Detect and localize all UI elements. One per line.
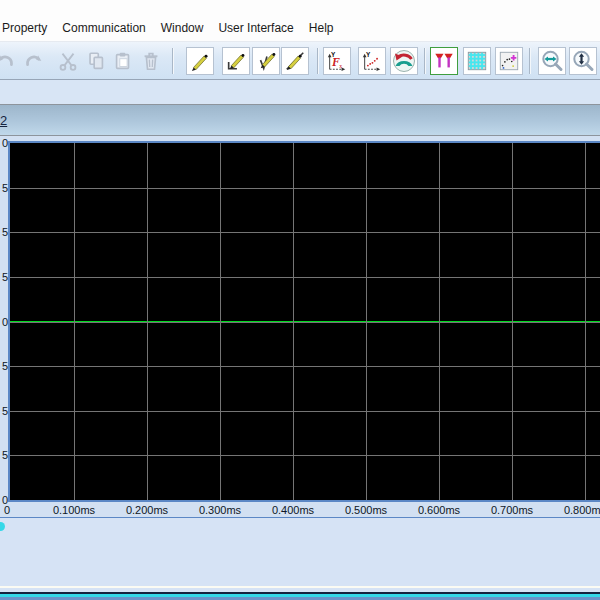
draw-pen-freehand-button[interactable] bbox=[252, 47, 280, 75]
x-tick-label: 0.700ms bbox=[482, 504, 542, 516]
x-tick-label: 0.500ms bbox=[336, 504, 396, 516]
x-tick-label: 0.300ms bbox=[190, 504, 250, 516]
gridline-horizontal bbox=[10, 455, 600, 456]
y-tick-label: 5 bbox=[0, 271, 8, 283]
toolbar-separator bbox=[529, 48, 530, 74]
toolbar-separator bbox=[172, 48, 173, 74]
gridline-horizontal bbox=[10, 232, 600, 233]
curve-plus-icon bbox=[498, 50, 520, 72]
gridline-horizontal bbox=[10, 411, 600, 412]
x-tick-label: 0.400ms bbox=[263, 504, 323, 516]
delete-button[interactable] bbox=[137, 47, 165, 75]
toolbar: Y F x Y bbox=[0, 41, 600, 80]
redo-button[interactable] bbox=[20, 47, 48, 75]
toolbar-separator bbox=[424, 48, 425, 74]
pen-freehand-icon bbox=[255, 50, 277, 72]
function-plot-icon: Y F x bbox=[326, 50, 348, 72]
svg-text:Y: Y bbox=[366, 51, 371, 58]
zoom-horizontal-button[interactable] bbox=[538, 47, 566, 75]
zoom-vertical-icon bbox=[571, 49, 595, 73]
draw-pen-button[interactable] bbox=[186, 47, 214, 75]
x-tick-label: 0 bbox=[4, 504, 10, 516]
points-plot-icon: Y bbox=[361, 50, 383, 72]
paste-icon bbox=[112, 50, 134, 72]
copy-button[interactable] bbox=[82, 47, 110, 75]
double-probe-icon bbox=[433, 50, 455, 72]
y-tick-label: 5 bbox=[0, 449, 8, 461]
redo-icon bbox=[23, 50, 45, 72]
x-tick-label: 0.600ms bbox=[409, 504, 469, 516]
bottom-divider-white bbox=[0, 586, 600, 588]
x-axis-labels: 00.100ms0.200ms0.300ms0.400ms0.500ms0.60… bbox=[0, 503, 600, 518]
gauge-icon bbox=[392, 49, 416, 73]
copy-icon bbox=[85, 50, 107, 72]
gridline-horizontal bbox=[10, 188, 600, 189]
y-tick-label: 5 bbox=[0, 360, 8, 372]
y-tick-label: 0 bbox=[0, 316, 8, 328]
fit-curve-button[interactable] bbox=[495, 47, 523, 75]
y-tick-label: 5 bbox=[0, 182, 8, 194]
menu-item-window[interactable]: Window bbox=[161, 21, 204, 35]
menu-item-communication[interactable]: Communication bbox=[62, 21, 145, 35]
toolbar-gap-strip bbox=[0, 80, 600, 104]
docked-window-titlebar[interactable]: 2 bbox=[0, 104, 600, 136]
menu-item-user-interface[interactable]: User Interface bbox=[218, 21, 293, 35]
bottom-panel bbox=[0, 518, 600, 600]
pen-line-icon bbox=[284, 50, 306, 72]
menu-item-help[interactable]: Help bbox=[309, 21, 334, 35]
y-function-button[interactable]: Y F x bbox=[323, 47, 351, 75]
x-tick-label: 0.200ms bbox=[117, 504, 177, 516]
bottom-panel-dot bbox=[0, 522, 5, 531]
cut-button[interactable] bbox=[54, 47, 82, 75]
cursors-button[interactable] bbox=[430, 47, 458, 75]
plot-area[interactable] bbox=[10, 143, 600, 500]
draw-pen-angle-button[interactable] bbox=[222, 47, 250, 75]
zoom-horizontal-icon bbox=[540, 49, 564, 73]
trash-icon bbox=[140, 50, 162, 72]
x-tick-label: 0.100ms bbox=[44, 504, 104, 516]
y-points-button[interactable]: Y bbox=[358, 47, 386, 75]
paste-button[interactable] bbox=[109, 47, 137, 75]
scissors-icon bbox=[57, 50, 79, 72]
y-tick-label: 5 bbox=[0, 226, 8, 238]
grid-button[interactable] bbox=[463, 47, 491, 75]
gridline-horizontal bbox=[10, 277, 600, 278]
pen-icon bbox=[189, 50, 211, 72]
pen-angle-icon bbox=[225, 50, 247, 72]
menu-bar: PropertyCommunicationWindowUser Interfac… bbox=[0, 0, 600, 41]
y-tick-label: 5 bbox=[0, 405, 8, 417]
x-tick-label: 0.800ms bbox=[555, 504, 600, 516]
svg-text:x: x bbox=[339, 63, 342, 69]
gridline-horizontal bbox=[10, 322, 600, 323]
meter-button[interactable] bbox=[390, 47, 418, 75]
toolbar-separator bbox=[317, 48, 318, 74]
app-window: PropertyCommunicationWindowUser Interfac… bbox=[0, 0, 600, 600]
grid-icon bbox=[466, 50, 488, 72]
draw-pen-line-button[interactable] bbox=[281, 47, 309, 75]
zoom-vertical-button[interactable] bbox=[569, 47, 597, 75]
y-tick-label: 0 bbox=[0, 137, 8, 149]
gridline-horizontal bbox=[10, 366, 600, 367]
